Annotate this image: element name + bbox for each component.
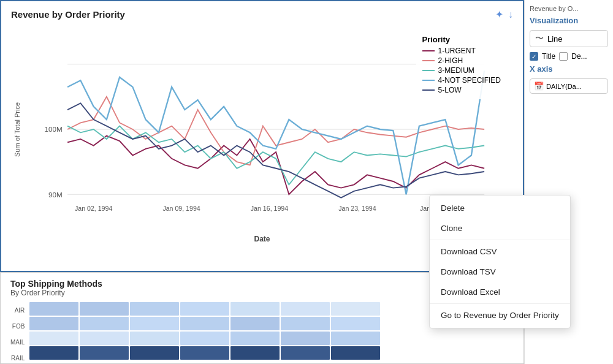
heatmap-row-air	[29, 302, 380, 316]
heatmap-cell	[331, 346, 380, 360]
x-axis-section: X axis 📅 DAILY(Da...	[530, 64, 608, 94]
line-chart-icon: 〜	[535, 33, 544, 44]
x-axis-section-label: X axis	[530, 64, 608, 74]
chart-legend: Priority 1-URGENT 2-HIGH 3-MEDIUM	[416, 31, 507, 99]
svg-text:90M: 90M	[48, 191, 63, 199]
heatmap-cell	[281, 302, 330, 316]
description-checkbox[interactable]	[559, 52, 568, 61]
context-menu-divider	[430, 240, 570, 240]
svg-text:100M: 100M	[44, 125, 62, 133]
heatmap-cell	[29, 346, 78, 360]
title-checkbox-row: ✓ Title De...	[530, 52, 608, 61]
chart-icons: ✦ ↓	[495, 9, 513, 20]
heatmap-cell	[180, 332, 229, 345]
sidebar-tab-label: Revenue by O...	[530, 5, 608, 12]
heatmap-cell	[230, 302, 280, 316]
heatmap-cell	[331, 317, 380, 330]
legend-label-high: 2-HIGH	[438, 56, 463, 65]
heatmap-cell	[130, 302, 179, 316]
context-menu-download-tsv[interactable]: Download TSV	[430, 262, 570, 282]
legend-item-urgent: 1-URGENT	[422, 47, 501, 55]
title-checkbox-label: Title	[542, 52, 555, 61]
heatmap-cell	[29, 332, 78, 345]
visualization-section-label: Visualization	[530, 16, 608, 25]
context-menu: Delete Clone Download CSV Download TSV D…	[429, 195, 571, 328]
legend-line-urgent	[422, 50, 435, 51]
heatmap-cell	[230, 346, 280, 360]
legend-label-urgent: 1-URGENT	[438, 47, 476, 55]
context-menu-divider-2	[430, 303, 570, 304]
legend-item-not-specified: 4-NOT SPECIFIED	[422, 76, 501, 85]
x-axis-value-pill[interactable]: 📅 DAILY(Da...	[530, 78, 608, 94]
legend-item-low: 5-LOW	[422, 86, 501, 94]
viz-type-label: Line	[547, 34, 563, 44]
heatmap-cell	[230, 332, 280, 345]
heatmap-y-label-fob: FOB	[12, 319, 25, 333]
legend-label-low: 5-LOW	[438, 86, 462, 94]
legend-line-medium	[422, 70, 435, 71]
heatmap-cell	[29, 302, 78, 316]
legend-item-medium: 3-MEDIUM	[422, 66, 501, 75]
heatmap-cell	[281, 346, 330, 360]
context-menu-clone[interactable]: Clone	[430, 218, 570, 238]
heatmap-cell	[331, 302, 380, 316]
heatmap-cell	[130, 317, 179, 330]
heatmap-cell	[230, 317, 280, 330]
legend-label-medium: 3-MEDIUM	[438, 66, 474, 75]
heatmap-cell	[80, 332, 129, 345]
context-menu-download-csv[interactable]: Download CSV	[430, 241, 570, 262]
context-menu-download-excel[interactable]: Download Excel	[430, 282, 570, 302]
context-menu-goto[interactable]: Go to Revenue by Order Priority	[430, 305, 570, 325]
svg-text:Jan 02, 1994: Jan 02, 1994	[75, 205, 112, 212]
y-axis-label: Sum of Total Price	[11, 25, 23, 233]
heatmap-y-label-mail: MAIL	[10, 335, 25, 349]
legend-item-high: 2-HIGH	[422, 56, 501, 65]
svg-text:Jan 16, 1994: Jan 16, 1994	[251, 205, 288, 212]
legend-line-low	[422, 89, 435, 91]
download-icon-button[interactable]: ↓	[508, 9, 513, 20]
heatmap-cell	[80, 317, 129, 330]
heatmap-cell	[29, 317, 78, 330]
svg-text:Jan 09, 1994: Jan 09, 1994	[162, 205, 200, 212]
heatmap-row-rail	[29, 346, 380, 360]
legend-line-high	[422, 60, 435, 61]
heatmap-cell	[180, 317, 229, 330]
legend-line-not-specified	[422, 80, 435, 81]
heatmap-cell	[80, 346, 129, 360]
heatmap-cell	[180, 302, 229, 316]
legend-label-not-specified: 4-NOT SPECIFIED	[438, 76, 501, 85]
heatmap-cell	[281, 332, 330, 345]
heatmap-cell	[180, 346, 229, 360]
heatmap-rows	[29, 302, 380, 360]
move-icon-button[interactable]: ✦	[495, 9, 503, 20]
x-axis-value: DAILY(Da...	[546, 83, 582, 90]
context-menu-delete[interactable]: Delete	[430, 198, 570, 218]
heatmap-y-label-air: AIR	[15, 303, 25, 317]
chart-title: Revenue by Order Priority	[11, 9, 125, 20]
heatmap-cell	[331, 332, 380, 345]
legend-title: Priority	[422, 35, 501, 44]
description-checkbox-label: De...	[571, 52, 587, 61]
heatmap-cell	[281, 317, 330, 330]
heatmap-cell	[80, 302, 129, 316]
svg-text:Jan 23, 1994: Jan 23, 1994	[338, 205, 376, 212]
heatmap-row-fob	[29, 317, 380, 330]
title-checkbox[interactable]: ✓	[530, 52, 538, 61]
heatmap-cell	[130, 346, 179, 360]
heatmap-cell	[130, 332, 179, 345]
viz-type-option[interactable]: 〜 Line	[530, 30, 608, 47]
heatmap-y-label-rail: RAIL	[11, 351, 25, 364]
heatmap-row-mail	[29, 332, 380, 345]
calendar-icon: 📅	[534, 82, 544, 91]
chart-header: Revenue by Order Priority ✦ ↓	[11, 9, 513, 20]
